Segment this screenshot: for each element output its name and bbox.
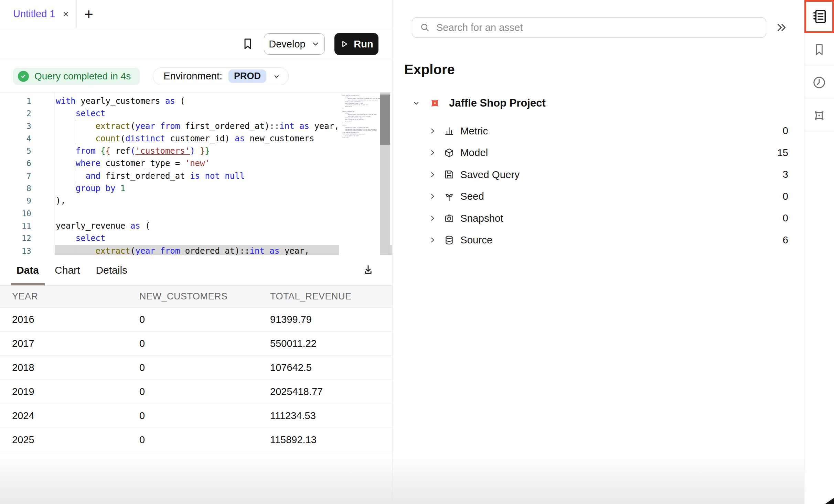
sql-editor[interactable]: 12345678910111213 with yearly_customers …	[0, 92, 392, 255]
rail-bookmark-button[interactable]	[804, 33, 834, 66]
app-window: Untitled 1 × + Develop	[0, 0, 834, 504]
rail-history-button[interactable]	[804, 66, 834, 99]
tree-item-saved-query[interactable]: Saved Query3	[393, 164, 804, 186]
line-number: 4	[0, 132, 54, 145]
tree-item-label: Snapshot	[460, 212, 503, 224]
table-row: 20170550011.22	[0, 332, 392, 356]
explore-tree: Jaffle Shop Project Metric0Model15Saved …	[393, 94, 804, 251]
play-icon	[340, 39, 349, 49]
table-row: 20180107642.5	[0, 356, 392, 380]
editor-minimap[interactable]: with yearly_customers as ( select extrac…	[339, 92, 380, 255]
tab-untitled-1[interactable]: Untitled 1 ×	[0, 0, 76, 28]
table-cell: 0	[127, 386, 258, 397]
tree-item-source[interactable]: Source6	[393, 229, 804, 251]
saved-query-icon	[444, 169, 460, 180]
results-tab-chart[interactable]: Chart	[55, 264, 80, 276]
tree-items: Metric0Model15Saved Query3Seed0Snapshot0…	[393, 120, 804, 251]
active-tab-underline	[11, 283, 45, 285]
table-cell: 0	[127, 314, 258, 325]
environment-selector[interactable]: Environment: PROD	[153, 67, 289, 85]
chevron-right-icon[interactable]	[429, 127, 444, 135]
table-cell: 0	[127, 434, 258, 446]
tree-item-label: Source	[460, 234, 492, 246]
results-tab-data[interactable]: Data	[17, 264, 39, 276]
indent-guide	[76, 170, 76, 182]
tree-item-model[interactable]: Model15	[393, 142, 804, 164]
environment-label: Environment:	[163, 70, 222, 82]
editor-gutter: 12345678910111213	[0, 92, 54, 255]
tree-item-metric[interactable]: Metric0	[393, 120, 804, 142]
tree-project-row[interactable]: Jaffle Shop Project	[393, 94, 804, 113]
run-label: Run	[354, 39, 373, 50]
snapshot-icon	[444, 213, 460, 223]
table-cell: 0	[127, 410, 258, 421]
table-cell: 2024	[0, 410, 127, 421]
line-number: 11	[0, 220, 54, 232]
indent-guide	[76, 120, 76, 145]
table-cell: 550011.22	[258, 338, 392, 349]
collapse-panel-button[interactable]	[776, 21, 788, 34]
table-cell: 107642.5	[258, 362, 392, 373]
environment-badge: PROD	[228, 69, 266, 83]
tree-item-count: 6	[783, 234, 788, 246]
source-icon	[444, 235, 460, 245]
results-tab-details[interactable]: Details	[96, 264, 127, 276]
line-number: 3	[0, 120, 54, 132]
develop-dropdown[interactable]: Develop	[264, 33, 325, 55]
table-cell: 2016	[0, 314, 127, 325]
table-cell: 2025418.77	[258, 386, 392, 397]
tree-item-label: Saved Query	[460, 169, 520, 180]
tree-item-seed[interactable]: Seed0	[393, 186, 804, 208]
line-number: 6	[0, 157, 54, 169]
run-button[interactable]: Run	[334, 33, 378, 55]
table-cell: 0	[127, 338, 258, 349]
table-cell: 0	[127, 362, 258, 373]
line-number: 8	[0, 182, 54, 195]
table-row: 2016091399.79	[0, 308, 392, 332]
metric-icon	[444, 125, 460, 136]
bookmark-icon	[241, 36, 254, 52]
close-tab-icon[interactable]: ×	[63, 9, 69, 19]
bookmark-icon	[812, 42, 826, 57]
tree-item-count: 15	[777, 147, 788, 158]
tree-item-count: 3	[783, 169, 788, 180]
chevron-right-icon[interactable]	[429, 149, 444, 156]
table-row: 20240111234.53	[0, 404, 392, 428]
dbt-mark-icon	[811, 108, 827, 123]
indent-guide	[76, 245, 76, 255]
new-tab-button[interactable]: +	[77, 0, 101, 28]
search-input[interactable]	[436, 22, 739, 33]
table-cell: 2019	[0, 386, 127, 397]
seed-icon	[444, 191, 460, 202]
results-table-header: YEARNEW_CUSTOMERSTOTAL_REVENUE	[0, 285, 392, 308]
explore-panel: Explore Jaffle Shop Project Metric0Model…	[393, 0, 804, 504]
search-icon	[420, 22, 430, 33]
tree-item-label: Seed	[460, 190, 484, 202]
chevron-right-icon[interactable]	[429, 236, 444, 244]
table-cell: 115892.13	[258, 434, 392, 446]
rail-catalog-button[interactable]	[804, 0, 834, 33]
results-tab-bar: DataChartDetails	[0, 255, 392, 285]
editor-scrollbar[interactable]	[380, 92, 390, 255]
tree-item-count: 0	[783, 191, 788, 202]
table-cell: 2018	[0, 362, 127, 373]
rail-dbt-button[interactable]	[804, 99, 834, 132]
chevron-down-icon[interactable]	[412, 99, 421, 108]
editor-scrollbar-thumb[interactable]	[380, 95, 390, 145]
chevron-right-icon[interactable]	[429, 193, 444, 200]
chevron-down-icon	[311, 40, 320, 48]
tree-item-count: 0	[783, 212, 788, 224]
tree-item-label: Metric	[460, 125, 488, 137]
tree-item-label: Model	[460, 147, 488, 158]
download-button[interactable]	[362, 264, 374, 276]
chevron-right-icon[interactable]	[429, 171, 444, 178]
results-table-body: 2016091399.7920170550011.2220180107642.5…	[0, 308, 392, 452]
chevron-right-icon[interactable]	[429, 215, 444, 222]
tab-bar: Untitled 1 × +	[0, 0, 392, 28]
table-cell: 111234.53	[258, 410, 392, 421]
line-number: 13	[0, 245, 54, 255]
table-row: 201902025418.77	[0, 380, 392, 404]
bookmark-button[interactable]	[241, 36, 254, 52]
asset-search-box[interactable]	[412, 17, 766, 38]
tree-item-snapshot[interactable]: Snapshot0	[393, 207, 804, 229]
